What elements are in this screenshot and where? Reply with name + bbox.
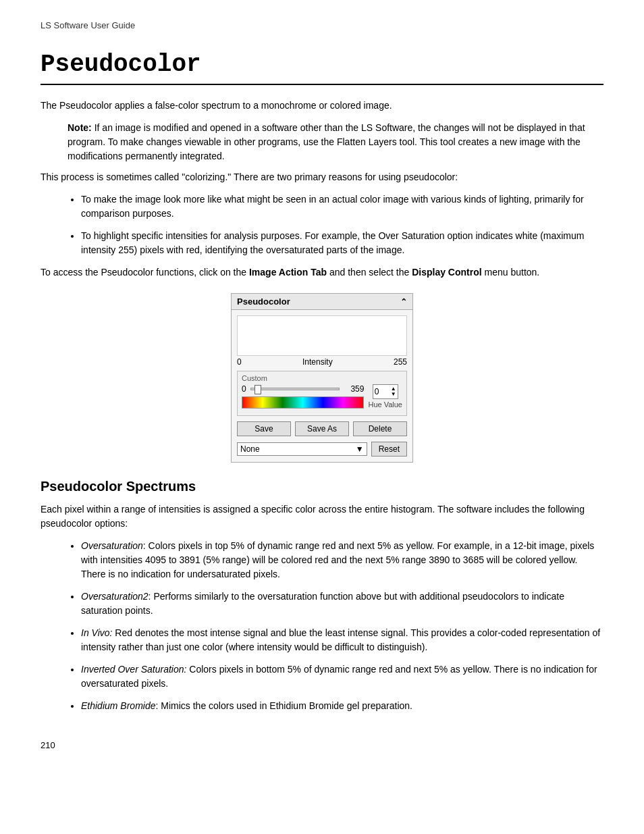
- spectrum-bullet-list: Oversaturation: Colors pixels in top 5% …: [81, 539, 603, 713]
- breadcrumb: LS Software User Guide: [41, 20, 603, 30]
- spectrum-text-0: : Colors pixels in top 5% of dynamic ran…: [81, 540, 594, 579]
- spin-box-area: 0 ▲ ▼ Hue Value: [368, 384, 402, 411]
- slider-min: 0: [242, 384, 246, 394]
- note-label: Note:: [68, 122, 92, 133]
- custom-label: Custom: [242, 374, 402, 382]
- spectrums-title: Pseudocolor Spectrums: [41, 479, 603, 494]
- spectrum-label-4: Ethidium Bromide: [81, 700, 156, 711]
- list-item: Oversaturation: Colors pixels in top 5% …: [81, 539, 603, 581]
- list-item: To highlight specific intensities for an…: [81, 229, 603, 257]
- intensity-max: 255: [394, 357, 407, 367]
- color-bar: [242, 396, 364, 409]
- colorizing-text: This process is sometimes called "colori…: [41, 170, 603, 184]
- spin-box[interactable]: 0 ▲ ▼: [373, 384, 398, 399]
- none-dropdown[interactable]: None ▼: [237, 442, 367, 456]
- note-text: If an image is modified and opened in a …: [68, 122, 585, 161]
- spectrum-label-1: Oversaturation2: [81, 591, 149, 602]
- list-item: Ethidium Bromide: Mimics the colors used…: [81, 699, 603, 713]
- spin-arrows[interactable]: ▲ ▼: [391, 386, 396, 397]
- spectrum-label-3: Inverted Over Saturation:: [81, 664, 186, 675]
- spin-value: 0: [375, 387, 379, 396]
- slider-track[interactable]: [250, 388, 340, 390]
- page-number: 210: [41, 740, 603, 750]
- delete-button[interactable]: Delete: [353, 421, 407, 436]
- hue-label: Hue Value: [368, 400, 402, 409]
- widget-buttons-row: Save Save As Delete: [232, 419, 412, 439]
- diagram-container: Pseudocolor ⌃ 0 Intensity 255 Custom 0 3…: [41, 293, 603, 463]
- save-button[interactable]: Save: [237, 421, 291, 436]
- intensity-min: 0: [237, 357, 242, 367]
- custom-section: Custom 0 359 0 ▲: [237, 371, 407, 416]
- slider-row: 0 359: [242, 384, 364, 394]
- widget-bottom-row: None ▼ Reset: [232, 439, 412, 462]
- collapse-icon[interactable]: ⌃: [400, 297, 407, 307]
- list-item: Oversaturation2: Performs similarly to t…: [81, 590, 603, 618]
- save-as-button[interactable]: Save As: [295, 421, 349, 436]
- pseudocolor-widget: Pseudocolor ⌃ 0 Intensity 255 Custom 0 3…: [231, 293, 413, 463]
- spectrum-label-0: Oversaturation: [81, 540, 143, 551]
- slider-thumb[interactable]: [254, 385, 261, 394]
- spin-down-icon[interactable]: ▼: [391, 392, 396, 397]
- widget-gradient-area: [237, 315, 407, 356]
- spin-row: 0 359 0 ▲ ▼: [242, 384, 402, 413]
- page-title: Pseudocolor: [41, 51, 603, 85]
- spectrum-text-2: Red denotes the most intense signal and …: [81, 627, 600, 652]
- note-block: Note: If an image is modified and opened…: [68, 121, 603, 163]
- dropdown-arrow-icon: ▼: [356, 444, 364, 454]
- intensity-label: Intensity: [242, 357, 394, 367]
- list-item: To make the image look more like what mi…: [81, 192, 603, 221]
- access-text: To access the Pseudocolor functions, cli…: [41, 265, 603, 280]
- intro-text: The Pseudocolor applies a false-color sp…: [41, 99, 603, 113]
- spectrum-text-4: : Mimics the colors used in Ethidium Bro…: [156, 700, 413, 711]
- widget-title-bar: Pseudocolor ⌃: [232, 294, 412, 310]
- intro-bullet-list: To make the image look more like what mi…: [81, 192, 603, 257]
- spectrum-text-1: : Performs similarly to the oversaturati…: [81, 591, 564, 616]
- reset-button[interactable]: Reset: [371, 442, 407, 457]
- list-item: In Vivo: Red denotes the most intense si…: [81, 626, 603, 654]
- widget-title: Pseudocolor: [237, 296, 290, 307]
- spectrums-intro: Each pixel within a range of intensities…: [41, 502, 603, 531]
- list-item: Inverted Over Saturation: Colors pixels …: [81, 662, 603, 691]
- slider-value: 359: [344, 384, 364, 394]
- slider-area: 0 359: [242, 384, 364, 413]
- intensity-row: 0 Intensity 255: [232, 356, 412, 368]
- dropdown-value: None: [240, 444, 260, 454]
- spectrum-label-2: In Vivo:: [81, 627, 112, 638]
